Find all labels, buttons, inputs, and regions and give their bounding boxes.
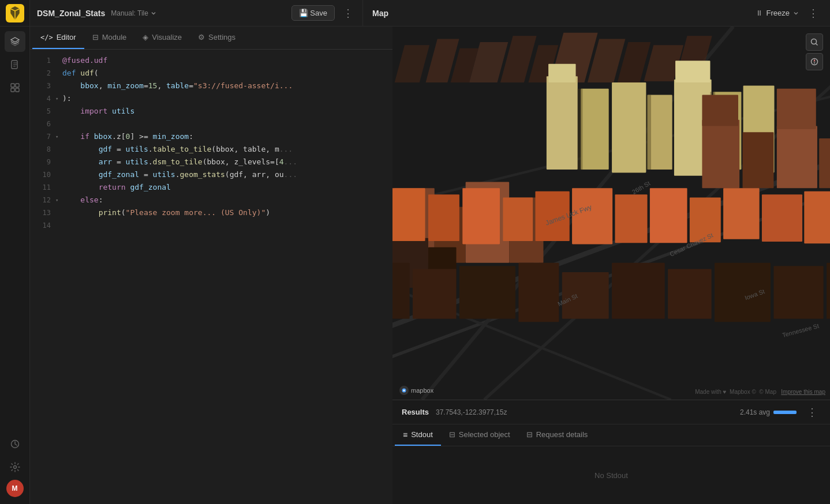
freeze-chevron-icon — [793, 10, 799, 16]
editor-menu-dots[interactable]: ⋮ — [341, 6, 356, 20]
module-tab-label: Module — [102, 33, 127, 42]
code-line-3: 3 bbox, min_zoom=15, table="s3://fused-a… — [30, 80, 392, 92]
map-attribution: mapbox — [399, 386, 433, 395]
mapbox-logo: mapbox — [399, 386, 433, 395]
chevron-down-icon — [151, 10, 156, 16]
code-line-11: 11 return gdf_zonal — [30, 181, 392, 194]
sidebar: M — [0, 27, 30, 504]
stdout-tab-label: Stdout — [411, 430, 433, 439]
save-button[interactable]: 💾 Save — [291, 5, 335, 21]
settings-tab-icon: ⚙ — [198, 33, 205, 42]
map-search-button[interactable] — [806, 33, 823, 51]
svg-rect-4 — [11, 88, 14, 92]
map-panel: James Lick Fwy 26th St Cesar Chavez St I… — [392, 27, 830, 504]
code-line-5: 5 import utils — [30, 105, 392, 118]
svg-rect-32 — [675, 61, 710, 82]
code-line-1: 1 @fused.udf — [30, 54, 392, 67]
editor-tab-icon: </> — [40, 33, 53, 42]
selected-object-tab-icon: ⊟ — [449, 430, 455, 439]
svg-rect-63 — [392, 188, 425, 241]
code-line-14: 14 — [30, 219, 392, 232]
compass-icon — [810, 58, 818, 66]
visualize-tab-icon: ◈ — [143, 33, 148, 42]
tab-visualize[interactable]: ◈ Visualize — [134, 27, 190, 49]
no-stdout-label: No Stdout — [595, 471, 628, 480]
tab-stdout[interactable]: ≡ Stdout — [395, 424, 441, 446]
svg-rect-3 — [16, 84, 19, 87]
svg-rect-70 — [650, 188, 687, 243]
map-3d-buildings: James Lick Fwy 26th St Cesar Chavez St I… — [392, 27, 830, 400]
results-header: Results 37.7543,-122.3977,15z 2.41s avg … — [392, 400, 830, 424]
code-line-10: 10 gdf_zonal = utils.geom_stats(gdf, arr… — [30, 168, 392, 181]
improve-map-link[interactable]: Improve this map — [781, 389, 825, 395]
svg-point-7 — [13, 466, 16, 469]
freeze-button[interactable]: ⏸ Freeze — [756, 9, 799, 17]
map-compass-button[interactable] — [806, 53, 823, 70]
svg-rect-69 — [615, 194, 647, 243]
svg-rect-62 — [827, 263, 830, 319]
svg-rect-36 — [646, 95, 651, 170]
svg-rect-29 — [612, 82, 646, 172]
svg-rect-2 — [11, 84, 14, 87]
code-line-13: 13 print("Please zoom more... (US Only)"… — [30, 206, 392, 219]
request-details-tab-label: Request details — [536, 430, 588, 439]
avg-bar — [773, 411, 797, 414]
layers-icon — [10, 36, 20, 47]
svg-rect-56 — [518, 263, 559, 322]
avg-label: 2.41s avg — [740, 408, 770, 416]
svg-rect-65 — [462, 188, 500, 244]
svg-rect-27 — [548, 64, 575, 82]
svg-rect-53 — [392, 263, 410, 319]
sidebar-item-files[interactable] — [5, 54, 25, 75]
app-logo — [6, 4, 24, 22]
svg-rect-68 — [572, 188, 612, 244]
tab-settings[interactable]: ⚙ Settings — [190, 27, 244, 49]
user-avatar[interactable]: M — [6, 480, 24, 497]
sidebar-item-layers[interactable] — [5, 31, 25, 52]
module-tab-icon: ⊟ — [92, 33, 99, 42]
code-line-9: 9 arr = utils.dsm_to_tile(bbox, z_levels… — [30, 156, 392, 168]
sidebar-item-settings[interactable] — [5, 457, 25, 477]
svg-rect-52 — [777, 89, 816, 129]
settings-icon — [10, 462, 20, 472]
map-title: Map — [372, 9, 388, 18]
svg-rect-74 — [804, 191, 830, 244]
app-title: DSM_Zonal_Stats — [37, 9, 105, 18]
editor-tab-label: Editor — [57, 33, 76, 42]
dashboard-icon — [10, 82, 20, 93]
results-menu-dots[interactable]: ⋮ — [803, 405, 821, 419]
svg-rect-55 — [459, 266, 515, 319]
tab-request-details[interactable]: ⊟ Request details — [518, 424, 596, 446]
svg-rect-51 — [702, 95, 738, 126]
code-editor[interactable]: 1 @fused.udf 2 def udf( 3 bbox, min_zoom… — [30, 50, 392, 504]
sidebar-item-history[interactable] — [5, 434, 25, 454]
settings-tab-label: Settings — [208, 33, 235, 42]
svg-rect-5 — [16, 88, 19, 92]
selected-object-tab-label: Selected object — [459, 430, 510, 439]
code-line-6: 6 — [30, 118, 392, 130]
stdout-tab-icon: ≡ — [403, 430, 407, 439]
svg-rect-66 — [503, 198, 533, 241]
tab-selected-object[interactable]: ⊟ Selected object — [441, 424, 518, 446]
svg-rect-46 — [702, 120, 739, 189]
map-menu-dots[interactable]: ⋮ — [806, 6, 821, 20]
svg-rect-28 — [581, 89, 609, 170]
sidebar-item-dashboard[interactable] — [5, 77, 25, 98]
map-attribution-right: Made with ♥ Mapbox © © Map Improve this … — [695, 389, 825, 395]
search-icon — [810, 38, 818, 46]
results-title: Results — [402, 408, 429, 416]
code-line-7: 7 ▾ if bbox.z[0] >= min_zoom: — [30, 130, 392, 143]
tab-module[interactable]: ⊟ Module — [84, 27, 135, 49]
svg-rect-48 — [777, 126, 817, 189]
mode-selector[interactable]: Manual: Tile — [111, 9, 156, 17]
svg-rect-49 — [819, 138, 830, 188]
code-line-12: 12 ▾ else: — [30, 194, 392, 206]
map-view[interactable]: James Lick Fwy 26th St Cesar Chavez St I… — [392, 27, 830, 400]
svg-rect-64 — [428, 194, 459, 241]
tab-editor[interactable]: </> Editor — [32, 27, 84, 49]
code-line-8: 8 gdf = utils.table_to_tile(bbox, table,… — [30, 143, 392, 156]
svg-rect-47 — [743, 132, 774, 188]
history-icon — [10, 439, 20, 449]
svg-rect-54 — [413, 269, 456, 319]
mode-label: Manual: Tile — [111, 9, 148, 17]
